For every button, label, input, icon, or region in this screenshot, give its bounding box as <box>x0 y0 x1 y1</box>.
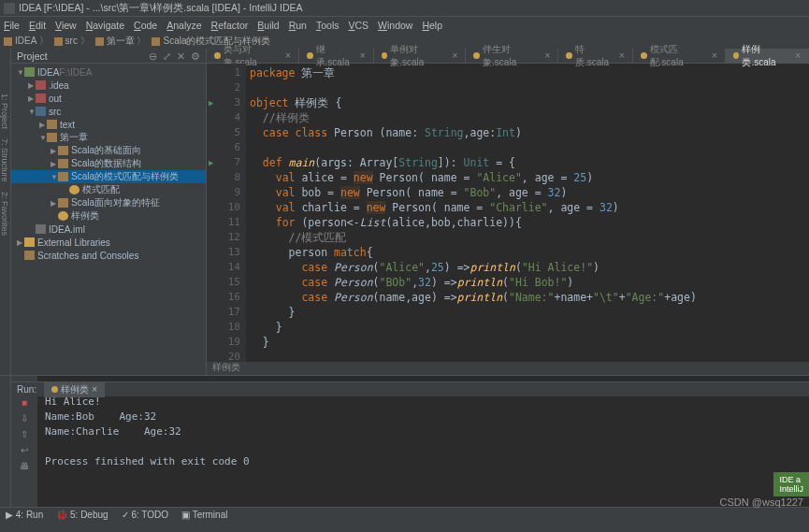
menu-item[interactable]: Help <box>422 20 442 31</box>
bottom-tab[interactable]: ▣ Terminal <box>181 510 227 520</box>
tree-node[interactable]: ▼第一章 <box>11 131 206 144</box>
close-icon: × <box>712 50 717 61</box>
tree-node[interactable]: ▼src <box>11 105 206 118</box>
side-tool-tabs[interactable]: 1: Project7: Structure2: Favorites <box>0 93 9 236</box>
editor-tab[interactable]: 类与对象.scala × <box>207 49 299 63</box>
menu-item[interactable]: Edit <box>29 20 46 31</box>
menu-item[interactable]: View <box>55 20 77 31</box>
breadcrumb-item[interactable]: 第一章 〉 <box>95 35 147 48</box>
editor-breadcrumb[interactable]: 样例类 <box>207 362 809 375</box>
bottom-tab[interactable]: ▶ 4: Run <box>6 510 43 520</box>
menu-item[interactable]: Window <box>378 20 412 31</box>
up-icon[interactable]: ⇧ <box>21 429 28 439</box>
bottom-tab[interactable]: 🐞 5: Debug <box>56 510 108 520</box>
tree-node[interactable]: Scratches and Consoles <box>11 249 206 262</box>
window-title: IDEA [F:\IDEA] - ...\src\第一章\样例类.scala [… <box>19 2 302 15</box>
run-left-strip <box>0 376 11 510</box>
panel-tool-icon[interactable]: ⊖ <box>149 50 157 62</box>
close-icon[interactable]: × <box>92 384 97 395</box>
tree-node[interactable]: ▶text <box>11 118 206 131</box>
editor-tab[interactable]: 样例类.scala × <box>726 49 809 63</box>
tree-node[interactable]: ▼IDEA F:\IDEA <box>11 65 206 79</box>
code-view[interactable]: package 第一章 object 样例类 { //样例类 case clas… <box>246 64 809 362</box>
editor-tab[interactable]: 继承.scala × <box>299 49 374 63</box>
run-header: Run: 样例类 × <box>11 381 809 396</box>
tree-node[interactable]: ▶External Libraries <box>11 236 206 249</box>
close-icon: × <box>453 50 458 61</box>
editor-tabs[interactable]: 类与对象.scala ×继承.scala ×单例对象.scala ×伴生对象.s… <box>207 49 809 64</box>
run-gutter-icon[interactable]: ▶ <box>209 95 213 110</box>
menu-item[interactable]: Code <box>134 20 157 31</box>
menu-item[interactable]: Navigate <box>86 20 124 31</box>
ide-notification[interactable]: IDE aIntelliJ <box>773 472 809 496</box>
menu-item[interactable]: Build <box>257 20 279 31</box>
editor-tab[interactable]: 伴生对象.scala × <box>466 49 558 63</box>
stop-icon[interactable]: ■ <box>22 397 27 408</box>
side-tab[interactable]: 2: Favorites <box>0 192 9 236</box>
editor-tab[interactable]: 模式匹配.scala × <box>633 49 726 63</box>
menu-item[interactable]: Run <box>289 20 307 31</box>
project-panel-title[interactable]: Project <box>17 50 48 62</box>
gutter: 123▶4567▶89101112131415161718192021 <box>207 64 246 362</box>
breadcrumb-item[interactable]: src 〉 <box>54 35 90 48</box>
run-gutter-icon[interactable]: ▶ <box>209 155 213 170</box>
tree-node[interactable]: ▶.idea <box>11 79 206 92</box>
menu-bar: FileEditViewNavigateCodeAnalyzeRefactorB… <box>0 17 809 34</box>
run-tab[interactable]: 样例类 × <box>44 382 105 397</box>
title-bar: IDEA [F:\IDEA] - ...\src\第一章\样例类.scala [… <box>0 0 809 17</box>
tree-node[interactable]: ▶Scala面向对象的特征 <box>11 196 206 209</box>
close-icon: × <box>795 50 801 61</box>
menu-item[interactable]: Analyze <box>166 20 201 31</box>
panel-tool-icon[interactable]: ⤢ <box>163 50 171 62</box>
tree-node[interactable]: ▶out <box>11 92 206 105</box>
tree-node[interactable]: ▶Scala的基础面向 <box>11 144 206 157</box>
run-label: Run: <box>17 384 36 395</box>
tree-node[interactable]: ▶Scala的数据结构 <box>11 157 206 170</box>
panel-tool-icon[interactable]: ⚙ <box>191 50 200 62</box>
breadcrumb-item[interactable]: IDEA 〉 <box>4 35 49 48</box>
bottom-tab[interactable]: ✓ 6: TODO <box>122 510 168 520</box>
menu-item[interactable]: Refactor <box>211 20 249 31</box>
editor: 类与对象.scala ×继承.scala ×单例对象.scala ×伴生对象.s… <box>207 49 809 375</box>
print-icon[interactable]: 🖶 <box>20 461 29 471</box>
close-icon: × <box>360 50 366 61</box>
wrap-icon[interactable]: ↩ <box>21 445 28 455</box>
side-tab[interactable]: 7: Structure <box>0 138 9 182</box>
tree-node[interactable]: 模式匹配 <box>11 183 206 196</box>
close-icon: × <box>619 50 625 61</box>
app-icon <box>4 3 15 14</box>
watermark: CSDN @wsq1227 <box>720 496 803 508</box>
editor-tab[interactable]: 特质.scala × <box>558 49 633 63</box>
close-icon: × <box>544 50 550 61</box>
tree-node[interactable]: ▼Scala的模式匹配与样例类 <box>11 170 206 183</box>
project-header: Project ⊖⤢✕⚙ <box>11 49 206 64</box>
bottom-tool-bar[interactable]: ▶ 4: Run🐞 5: Debug✓ 6: TODO▣ Terminal <box>0 507 809 522</box>
close-icon: × <box>285 50 291 61</box>
down-icon[interactable]: ⇩ <box>21 413 28 424</box>
menu-item[interactable]: File <box>4 20 20 31</box>
panel-tool-icon[interactable]: ✕ <box>177 50 185 62</box>
project-panel: Project ⊖⤢✕⚙ ▼IDEA F:\IDEA▶.idea▶out▼src… <box>11 49 207 375</box>
project-tree[interactable]: ▼IDEA F:\IDEA▶.idea▶out▼src▶text▼第一章▶Sca… <box>11 64 206 375</box>
tree-node[interactable]: 样例类 <box>11 209 206 223</box>
side-tab[interactable]: 1: Project <box>0 93 9 129</box>
menu-item[interactable]: VCS <box>348 20 368 31</box>
tree-node[interactable]: IDEA.iml <box>11 223 206 236</box>
menu-item[interactable]: Tools <box>316 20 339 31</box>
editor-tab[interactable]: 单例对象.scala × <box>374 49 467 63</box>
status-bar <box>0 522 809 532</box>
